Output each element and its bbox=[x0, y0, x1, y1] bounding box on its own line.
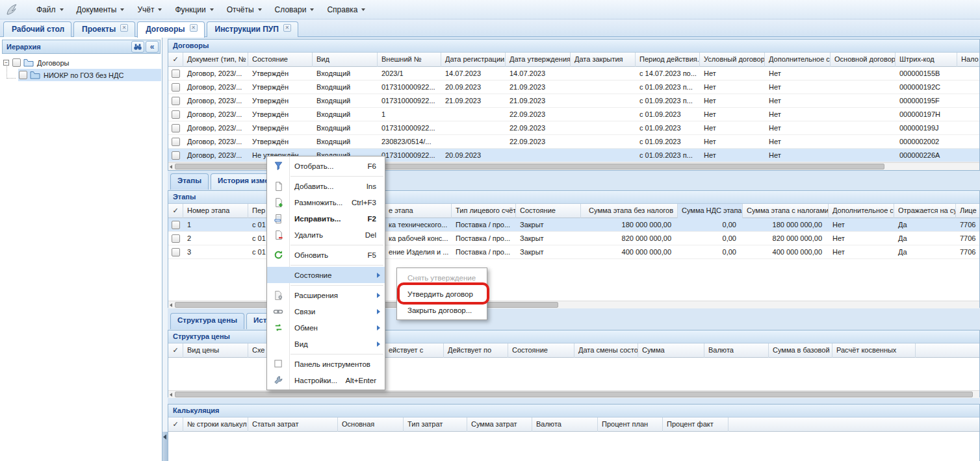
menu-item-обновить[interactable]: ОбновитьF5 bbox=[267, 247, 385, 263]
menubar-item-Отчёты[interactable]: Отчёты bbox=[220, 3, 268, 17]
close-icon[interactable]: ✕ bbox=[120, 24, 128, 32]
collapse-panel-button[interactable]: « bbox=[146, 41, 159, 53]
column-header[interactable]: Дата смены состоя bbox=[574, 343, 638, 358]
column-header[interactable]: Дополнительное с bbox=[765, 53, 831, 67]
column-header[interactable]: ✓ bbox=[168, 53, 183, 67]
menu-item-состояние[interactable]: Состояние bbox=[267, 267, 385, 283]
column-header[interactable]: Лице bbox=[956, 204, 980, 218]
column-header[interactable]: Период действия.. bbox=[636, 53, 700, 67]
column-header[interactable]: Дополнительное с bbox=[829, 204, 894, 218]
price-hscrollbar[interactable] bbox=[168, 390, 979, 398]
table-row[interactable]: Договор, 2023/...УтверждёнВходящий017310… bbox=[168, 94, 979, 108]
column-header[interactable]: Сумма этапа без налогов bbox=[581, 204, 678, 218]
table-row[interactable]: Договор, 2023/...УтверждёнВходящий017310… bbox=[168, 121, 979, 135]
tree-item-niokr[interactable]: НИОКР по ГОЗ без НДС bbox=[0, 69, 162, 81]
row-checkbox[interactable] bbox=[172, 69, 180, 78]
column-header[interactable]: Процент план bbox=[598, 417, 663, 432]
column-header[interactable]: Статья затрат bbox=[248, 417, 338, 432]
menu-item-отобрать-[interactable]: Отобрать...F6 bbox=[267, 158, 385, 174]
scrollbar-thumb[interactable] bbox=[175, 392, 973, 397]
tab-Рабочий стол[interactable]: Рабочий стол bbox=[3, 21, 71, 37]
menu-item-размножить-[interactable]: Размножить...Ctrl+F3 bbox=[267, 194, 385, 210]
menu-item-панель-инструментов[interactable]: Панель инструментов bbox=[267, 356, 385, 372]
menu-item-вид[interactable]: Вид bbox=[267, 336, 385, 352]
menu-item-связи[interactable]: Связи bbox=[267, 303, 385, 319]
column-header[interactable]: № строки калькул bbox=[183, 417, 248, 432]
search-button[interactable] bbox=[131, 41, 144, 53]
column-header[interactable]: Дата закрытия bbox=[571, 53, 636, 67]
tree-checkbox[interactable] bbox=[12, 58, 21, 67]
table-row[interactable]: Договор, 2023/...УтверждёнВходящий2023/1… bbox=[168, 67, 979, 81]
tree-checkbox[interactable] bbox=[19, 71, 27, 79]
panel-splitter[interactable] bbox=[162, 37, 168, 461]
column-header[interactable]: ✓ bbox=[168, 204, 183, 218]
scroll-left-icon[interactable] bbox=[170, 165, 172, 169]
column-header[interactable]: Номер этапа bbox=[183, 204, 248, 218]
tab-Проекты[interactable]: Проекты✕ bbox=[73, 21, 135, 37]
menubar-item-Словари[interactable]: Словари bbox=[268, 3, 321, 17]
menubar-item-Справка[interactable]: Справка bbox=[320, 3, 372, 17]
menubar-item-Файл[interactable]: Файл bbox=[30, 3, 70, 17]
column-header[interactable]: Сумма затрат bbox=[467, 417, 532, 432]
menu-item-добавить-[interactable]: Добавить...Ins bbox=[267, 178, 385, 194]
column-header[interactable]: Сумма bbox=[638, 343, 704, 358]
table-row[interactable]: Договор, 2023/...УтверждёнВходящий017310… bbox=[168, 81, 979, 94]
menu-item-исправить-[interactable]: Исправить...F2 bbox=[267, 210, 385, 227]
column-header[interactable]: Документ (тип, № bbox=[183, 53, 248, 67]
column-header[interactable]: Нало bbox=[957, 53, 980, 67]
menu-item-обмен[interactable]: Обмен bbox=[267, 319, 385, 336]
column-header[interactable] bbox=[729, 417, 980, 432]
column-header[interactable]: ✓ bbox=[168, 417, 183, 432]
column-header[interactable]: Сумма в базовой в bbox=[769, 343, 832, 358]
scroll-left-icon[interactable] bbox=[170, 393, 172, 397]
menu-item-настройки-[interactable]: Настройки...Alt+Enter bbox=[267, 372, 385, 388]
column-header[interactable]: Внешний № bbox=[378, 53, 441, 67]
row-checkbox[interactable] bbox=[172, 83, 180, 92]
row-checkbox[interactable] bbox=[172, 124, 180, 132]
row-checkbox[interactable] bbox=[172, 248, 180, 256]
menu-item-расширения[interactable]: Расширения bbox=[267, 287, 385, 303]
column-header[interactable]: ✓ bbox=[168, 343, 183, 358]
column-header[interactable]: Вид цены bbox=[183, 343, 248, 358]
column-header[interactable]: Дата утверждения bbox=[506, 53, 571, 67]
menubar-item-Учёт[interactable]: Учёт bbox=[131, 3, 168, 17]
column-header[interactable]: Действует по bbox=[444, 343, 508, 358]
column-header[interactable]: Вид bbox=[313, 53, 378, 67]
column-header[interactable]: Основная bbox=[338, 417, 404, 432]
tab-Инструкции ПУП[interactable]: Инструкции ПУП✕ bbox=[207, 21, 298, 37]
close-icon[interactable]: ✕ bbox=[190, 24, 198, 32]
column-header[interactable]: Состояние bbox=[516, 204, 581, 218]
row-checkbox[interactable] bbox=[172, 138, 180, 146]
tab-Структура цены[interactable]: Структура цены bbox=[170, 313, 244, 329]
column-header[interactable]: Дата регистрации. bbox=[441, 53, 506, 67]
row-checkbox[interactable] bbox=[172, 110, 180, 119]
menubar-item-Документы[interactable]: Документы bbox=[70, 3, 131, 17]
row-checkbox[interactable] bbox=[172, 221, 180, 229]
scroll-left-icon[interactable] bbox=[170, 303, 172, 307]
tab-Этапы[interactable]: Этапы bbox=[170, 173, 209, 190]
splitter-grip[interactable] bbox=[162, 432, 168, 461]
table-row[interactable]: Договор, 2023/...УтверждёнВходящий230823… bbox=[168, 135, 979, 149]
column-header[interactable]: Условный договор bbox=[700, 53, 765, 67]
column-header[interactable]: ействует с bbox=[385, 343, 444, 358]
column-header[interactable]: Валюта bbox=[704, 343, 769, 358]
close-icon[interactable]: ✕ bbox=[283, 24, 291, 32]
tab-Договоры[interactable]: Договоры✕ bbox=[137, 21, 204, 38]
column-header[interactable]: е этапа bbox=[385, 204, 452, 218]
column-header[interactable] bbox=[916, 343, 980, 358]
column-header[interactable]: Основной договор bbox=[831, 53, 896, 67]
column-header[interactable]: Тип лицевого счёт bbox=[452, 204, 516, 218]
column-header[interactable]: Состояние bbox=[248, 53, 313, 67]
column-header[interactable]: Сумма этапа с налогами bbox=[743, 204, 829, 218]
row-checkbox[interactable] bbox=[172, 234, 180, 243]
tree-item-contracts[interactable]: − Договоры bbox=[0, 56, 162, 69]
column-header[interactable]: Процент факт bbox=[663, 417, 729, 432]
column-header[interactable]: Тип затрат bbox=[404, 417, 467, 432]
menu-item-удалить[interactable]: УдалитьDel bbox=[267, 227, 385, 243]
row-checkbox[interactable] bbox=[172, 151, 180, 160]
column-header[interactable]: Сумма НДС этапа bbox=[678, 204, 743, 218]
column-header[interactable]: Валюта bbox=[532, 417, 598, 432]
collapse-toggle-icon[interactable]: − bbox=[3, 60, 9, 66]
column-header[interactable]: Штрих-код bbox=[896, 53, 957, 67]
row-checkbox[interactable] bbox=[172, 97, 180, 105]
